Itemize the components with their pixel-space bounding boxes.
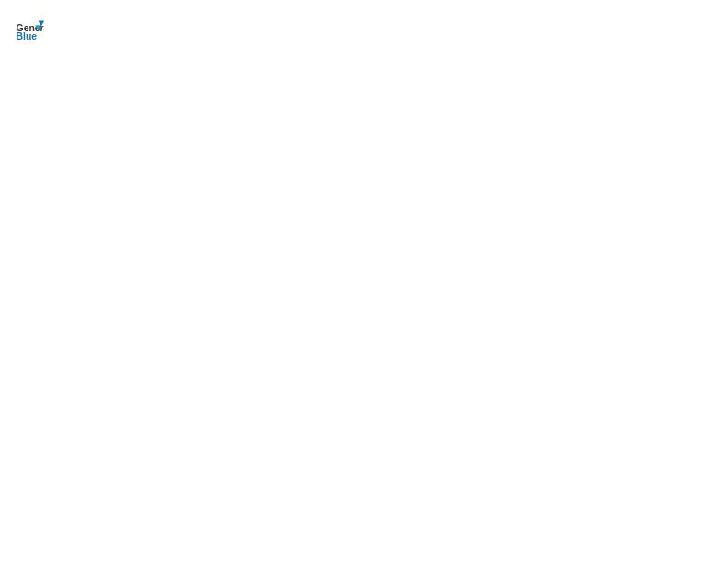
logo-svg: General Blue xyxy=(15,15,44,44)
logo: General Blue xyxy=(15,15,44,44)
svg-text:Blue: Blue xyxy=(17,31,38,41)
page-header: General Blue xyxy=(15,15,713,44)
